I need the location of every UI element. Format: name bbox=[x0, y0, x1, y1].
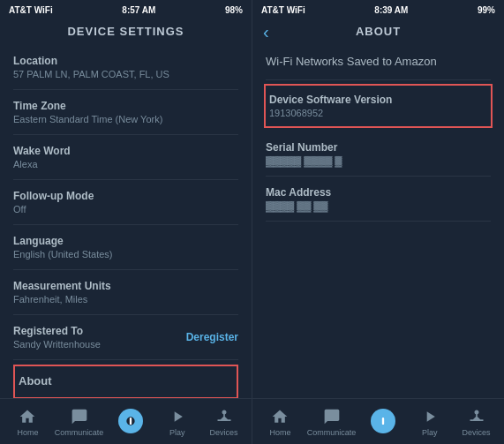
setting-units: Measurement Units Fahrenheit, Miles bbox=[13, 270, 238, 315]
setting-location: Location 57 PALM LN, PALM COAST, FL, US bbox=[13, 45, 238, 90]
page-title-right: ABOUT bbox=[356, 25, 401, 38]
setting-location-value: 57 PALM LN, PALM COAST, FL, US bbox=[13, 69, 238, 79]
communicate-icon bbox=[70, 407, 89, 426]
deregister-button[interactable]: Deregister bbox=[186, 331, 238, 343]
nav-devices-right[interactable]: Devices bbox=[456, 407, 496, 437]
left-screen: AT&T WiFi 8:57 AM 98% DEVICE SETTINGS Lo… bbox=[0, 0, 252, 444]
back-button[interactable]: ‹ bbox=[263, 23, 269, 41]
home-icon bbox=[18, 407, 37, 426]
carrier-left: AT&T WiFi bbox=[9, 5, 53, 15]
nav-play-label-left: Play bbox=[169, 428, 185, 437]
carrier-right: AT&T WiFi bbox=[261, 5, 305, 15]
battery-left: 98% bbox=[225, 5, 243, 15]
header-left: DEVICE SETTINGS bbox=[0, 18, 252, 45]
wifi-networks-label: Wi-Fi Networks Saved to Amazon bbox=[266, 55, 491, 68]
nav-devices-label-right: Devices bbox=[463, 428, 491, 437]
header-right: ‹ ABOUT bbox=[252, 18, 504, 45]
device-sw-item: Device Software Version 1913068952 bbox=[264, 84, 493, 128]
about-label: About bbox=[19, 374, 233, 388]
nav-communicate-left[interactable]: Communicate bbox=[55, 407, 104, 437]
setting-location-label: Location bbox=[13, 55, 238, 67]
setting-wakeword-value: Alexa bbox=[13, 159, 238, 169]
settings-list: Location 57 PALM LN, PALM COAST, FL, US … bbox=[0, 45, 252, 398]
devices-icon-right bbox=[467, 407, 486, 426]
alexa-icon-right bbox=[371, 409, 395, 433]
setting-followup: Follow-up Mode Off bbox=[13, 180, 238, 225]
home-icon-right bbox=[270, 407, 290, 426]
about-item[interactable]: About bbox=[13, 365, 238, 398]
setting-registered: Registered To Sandy Writtenhouse Deregis… bbox=[13, 315, 238, 360]
serial-number-value: ▓▓▓▓▓ ▓▓▓▓ ▓ bbox=[266, 155, 491, 166]
alexa-icon bbox=[118, 409, 143, 433]
mac-address-item: Mac Address ▓▓▓▓ ▓▓ ▓▓ bbox=[266, 177, 491, 222]
mac-address-label: Mac Address bbox=[266, 186, 491, 199]
setting-timezone-value: Eastern Standard Time (New York) bbox=[13, 114, 238, 124]
setting-wakeword: Wake Word Alexa bbox=[13, 135, 238, 180]
bottom-nav-right: Home Communicate Play Devices bbox=[252, 398, 504, 444]
right-screen: AT&T WiFi 8:39 AM 99% ‹ ABOUT Wi-Fi Netw… bbox=[252, 0, 504, 444]
nav-alexa-right[interactable] bbox=[363, 409, 402, 435]
nav-home-right[interactable]: Home bbox=[260, 407, 300, 437]
setting-followup-label: Follow-up Mode bbox=[13, 190, 238, 202]
nav-home-label-right: Home bbox=[269, 428, 290, 437]
svg-rect-3 bbox=[382, 417, 384, 424]
setting-timezone: Time Zone Eastern Standard Time (New Yor… bbox=[13, 90, 238, 135]
svg-rect-2 bbox=[130, 417, 132, 424]
devices-icon-left bbox=[214, 407, 234, 426]
setting-units-label: Measurement Units bbox=[13, 280, 238, 292]
registered-info: Registered To Sandy Writtenhouse bbox=[13, 325, 101, 350]
nav-alexa-left[interactable] bbox=[110, 409, 150, 435]
play-icon-left bbox=[168, 407, 187, 426]
time-left: 8:57 AM bbox=[122, 5, 155, 15]
mac-address-value: ▓▓▓▓ ▓▓ ▓▓ bbox=[266, 200, 491, 211]
setting-registered-value: Sandy Writtenhouse bbox=[13, 339, 101, 350]
nav-devices-label-left: Devices bbox=[210, 428, 238, 437]
setting-wakeword-label: Wake Word bbox=[13, 145, 238, 157]
setting-timezone-label: Time Zone bbox=[13, 100, 238, 112]
nav-play-left[interactable]: Play bbox=[157, 407, 197, 437]
communicate-icon-right bbox=[322, 407, 342, 426]
registered-row: Registered To Sandy Writtenhouse Deregis… bbox=[13, 325, 238, 350]
play-icon-right bbox=[420, 407, 440, 426]
nav-play-label-right: Play bbox=[422, 428, 438, 437]
bottom-nav-left: Home Communicate Play Devices bbox=[0, 398, 252, 444]
nav-devices-left[interactable]: Devices bbox=[204, 407, 244, 437]
page-title-left: DEVICE SETTINGS bbox=[67, 25, 184, 38]
nav-communicate-label-right: Communicate bbox=[307, 428, 357, 437]
status-bar-right: AT&T WiFi 8:39 AM 99% bbox=[252, 0, 504, 18]
nav-play-right[interactable]: Play bbox=[410, 407, 449, 437]
device-sw-label: Device Software Version bbox=[269, 94, 487, 106]
setting-registered-label: Registered To bbox=[13, 325, 101, 337]
time-right: 8:39 AM bbox=[374, 5, 408, 15]
nav-home-label-left: Home bbox=[17, 428, 38, 437]
battery-right: 99% bbox=[478, 5, 495, 15]
setting-language-value: English (United States) bbox=[13, 249, 238, 260]
setting-units-value: Fahrenheit, Miles bbox=[13, 294, 238, 305]
serial-number-item: Serial Number ▓▓▓▓▓ ▓▓▓▓ ▓ bbox=[266, 132, 491, 177]
setting-language: Language English (United States) bbox=[13, 225, 238, 270]
nav-home-left[interactable]: Home bbox=[8, 407, 48, 437]
setting-language-label: Language bbox=[13, 235, 238, 247]
serial-number-label: Serial Number bbox=[266, 141, 491, 154]
setting-followup-value: Off bbox=[13, 204, 238, 214]
wifi-networks-item[interactable]: Wi-Fi Networks Saved to Amazon bbox=[266, 45, 491, 80]
nav-communicate-right[interactable]: Communicate bbox=[307, 407, 357, 437]
device-sw-value: 1913068952 bbox=[269, 108, 487, 118]
about-content: Wi-Fi Networks Saved to Amazon Device So… bbox=[252, 45, 504, 398]
status-bar-left: AT&T WiFi 8:57 AM 98% bbox=[0, 0, 252, 18]
nav-communicate-label-left: Communicate bbox=[55, 428, 104, 437]
